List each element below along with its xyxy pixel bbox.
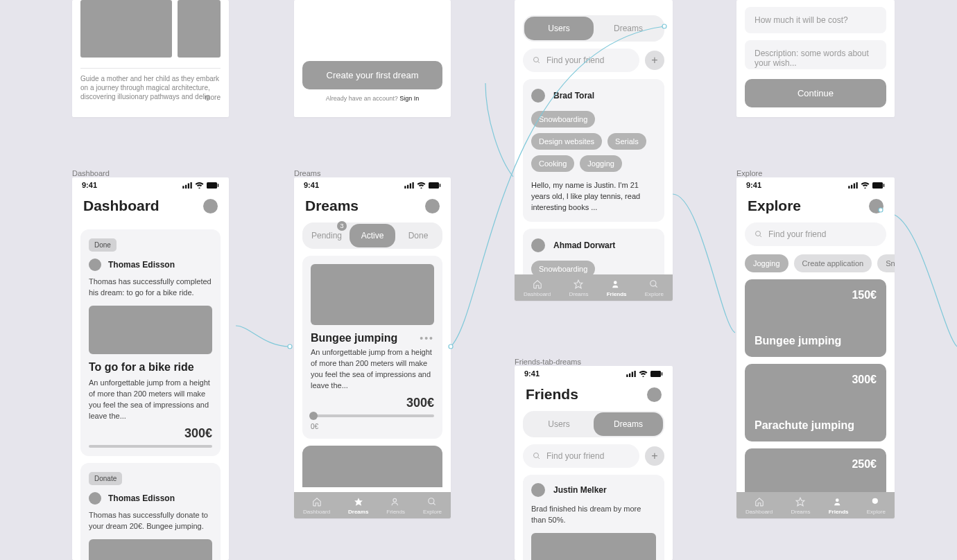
tab-explore[interactable]: Explore [867, 496, 886, 515]
image-placeholder [302, 446, 442, 487]
battery-icon [429, 182, 441, 189]
seg-users[interactable]: Users [524, 412, 594, 436]
star-icon [353, 496, 364, 507]
friends-icon [390, 496, 402, 507]
friend-card[interactable]: Brad Toral Snowboarding Design websites … [523, 79, 664, 222]
dream-feed-card[interactable]: Justin Melker Brad finished his dream by… [523, 475, 664, 560]
svg-rect-6 [182, 186, 184, 189]
image-placeholder [89, 539, 212, 561]
search-icon [533, 56, 541, 64]
statusbar: 9:41 [736, 177, 895, 191]
page-title: Dreams [305, 198, 359, 214]
svg-rect-31 [851, 184, 852, 188]
search-input[interactable]: Find your friend [745, 222, 886, 246]
seg-done[interactable]: Done [395, 224, 441, 247]
progress-label: 0€ [311, 423, 434, 430]
tab-explore[interactable]: Explore [645, 279, 664, 297]
status-badge: Donate [89, 472, 122, 485]
seg-dreams[interactable]: Dreams [594, 17, 663, 40]
page-title: Dashboard [83, 198, 160, 214]
more-link[interactable]: more [205, 94, 221, 101]
progress-bar[interactable] [311, 414, 434, 417]
progress-bar [89, 445, 212, 448]
friend-name: Ahmad Dorwart [553, 240, 615, 250]
explore-card[interactable]: 250€ [745, 448, 886, 498]
dream-title: To go for a bike ride [89, 361, 212, 374]
search-icon [426, 496, 438, 507]
svg-line-1 [538, 62, 540, 64]
seg-active[interactable]: Active [350, 224, 395, 247]
frame-dreams: 9:41 Dreams Pending3 Active Done Bungee … [294, 177, 451, 518]
chip[interactable]: Jogging [745, 254, 788, 272]
explore-card[interactable]: 300€ Parachute jumping [745, 364, 886, 441]
tab-explore[interactable]: Explore [423, 496, 442, 515]
svg-point-3 [614, 281, 617, 284]
search-input[interactable]: Find your friend [523, 444, 639, 468]
signin-link[interactable]: Sign In [399, 95, 419, 102]
image-placeholder [80, 0, 172, 58]
svg-rect-34 [872, 182, 883, 189]
signal-icon [848, 182, 858, 189]
progress-handle[interactable] [309, 412, 318, 420]
badge: 3 [337, 221, 347, 231]
image-placeholder [311, 264, 434, 325]
more-icon[interactable]: ••• [420, 333, 434, 344]
wifi-icon [195, 182, 204, 189]
tab-friends[interactable]: Friends [386, 496, 405, 515]
svg-point-39 [836, 498, 839, 502]
wireframe-board[interactable]: Guide a mother and her child as they emb… [0, 0, 957, 560]
segmented-status[interactable]: Pending3 Active Done [302, 222, 442, 249]
svg-rect-11 [218, 184, 219, 187]
tab-dreams[interactable]: Dreams [569, 279, 588, 297]
svg-point-19 [393, 498, 397, 502]
search-input[interactable]: Find your friend [523, 49, 639, 72]
chip[interactable]: Create application [794, 254, 872, 272]
add-friend-button[interactable]: + [645, 51, 664, 70]
avatar[interactable] [869, 199, 883, 213]
wifi-icon [861, 182, 870, 189]
svg-rect-9 [191, 182, 192, 189]
feed-summary: Brad finished his dream by more than 50%… [531, 504, 656, 526]
chip[interactable]: Snowboard [877, 254, 895, 272]
search-icon [755, 230, 763, 238]
tab-dashboard[interactable]: Dashboard [745, 496, 773, 515]
statusbar: 9:41 [294, 177, 451, 191]
tab-dashboard[interactable]: Dashboard [524, 279, 551, 297]
feed-card[interactable]: Donate Thomas Edisson Thomas has success… [80, 463, 221, 560]
avatar[interactable] [425, 199, 440, 213]
avatar[interactable] [647, 387, 662, 402]
avatar [531, 238, 545, 252]
svg-rect-12 [404, 186, 406, 189]
avatar[interactable] [203, 199, 218, 213]
description-input[interactable]: Description: some words about your wish.… [745, 40, 886, 69]
statusbar: 9:41 [72, 177, 229, 191]
add-friend-button[interactable]: + [645, 446, 664, 466]
svg-marker-18 [354, 498, 363, 506]
avatar [531, 483, 545, 497]
tab-dreams[interactable]: Dreams [348, 496, 368, 515]
svg-marker-2 [575, 280, 583, 288]
continue-button[interactable]: Continue [745, 79, 886, 107]
feed-card[interactable]: Done Thomas Edisson Thomas has successfu… [80, 229, 221, 456]
price: 150€ [755, 289, 877, 301]
segmented-users-dreams[interactable]: Users Dreams [523, 15, 664, 42]
frame-label: Friends-tab-dreams [515, 358, 581, 366]
tab-dreams[interactable]: Dreams [791, 496, 810, 515]
seg-pending[interactable]: Pending3 [304, 224, 350, 247]
price: 300€ [311, 396, 434, 410]
svg-rect-14 [410, 183, 411, 189]
segmented-users-dreams[interactable]: Users Dreams [523, 411, 664, 437]
tab-friends[interactable]: Friends [607, 279, 627, 297]
seg-users[interactable]: Users [524, 17, 594, 40]
cost-input[interactable]: How much it will be cost? [745, 7, 886, 33]
chips-row[interactable]: Jogging Create application Snowboard [736, 254, 895, 272]
seg-dreams[interactable]: Dreams [594, 412, 663, 436]
explore-card[interactable]: 150€ Bungee jumping [745, 279, 886, 357]
create-dream-button[interactable]: Create your first dream [302, 61, 442, 89]
tab-friends[interactable]: Friends [829, 496, 849, 515]
dream-card[interactable] [302, 446, 442, 487]
svg-rect-23 [629, 373, 630, 376]
dream-card[interactable]: Bungee jumping ••• An unforgettable jump… [302, 256, 442, 439]
tab-dashboard[interactable]: Dashboard [303, 496, 330, 515]
svg-rect-10 [207, 182, 217, 189]
